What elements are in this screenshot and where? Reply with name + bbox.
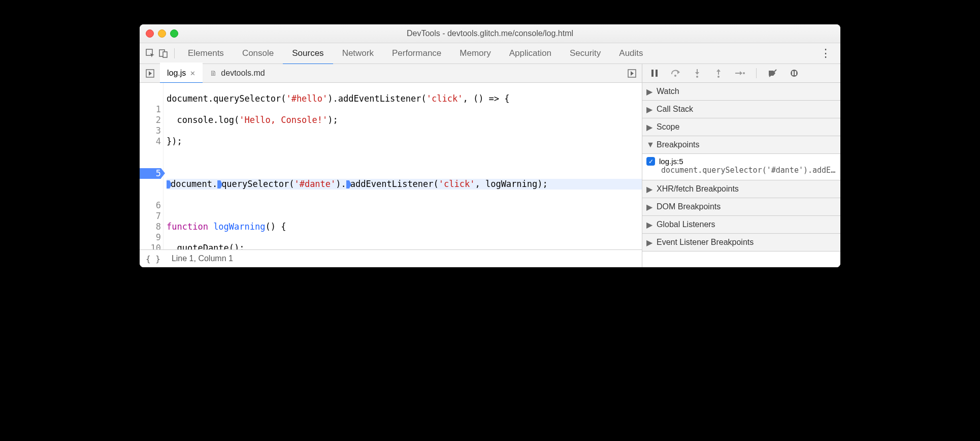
sources-content: log.js ✕ 🗎 devtools.md 1234 5 678910 111 xyxy=(140,64,840,267)
chevron-right-icon: ▶ xyxy=(646,105,654,114)
panel-tabstrip: Elements Console Sources Network Perform… xyxy=(140,43,840,64)
chevron-right-icon: ▶ xyxy=(646,87,654,97)
pretty-print-icon[interactable]: { } xyxy=(146,254,160,264)
show-navigator-icon[interactable] xyxy=(140,69,160,78)
tab-security[interactable]: Security xyxy=(561,43,610,64)
svg-point-9 xyxy=(696,76,698,78)
section-call-stack[interactable]: ▶Call Stack xyxy=(642,101,840,118)
breakpoint-label: log.js:5 xyxy=(659,157,683,166)
section-scope[interactable]: ▶Scope xyxy=(642,118,840,136)
cursor-position: Line 1, Column 1 xyxy=(172,254,233,263)
deactivate-breakpoints-icon[interactable] xyxy=(768,69,778,77)
inspect-element-icon[interactable] xyxy=(144,49,157,58)
svg-point-11 xyxy=(717,76,720,78)
chevron-down-icon: ▼ xyxy=(646,140,654,149)
svg-rect-17 xyxy=(795,71,796,75)
step-icon[interactable] xyxy=(735,70,745,77)
step-over-icon[interactable] xyxy=(671,69,681,77)
zoom-window-button[interactable] xyxy=(170,29,178,38)
breakpoint-entry[interactable]: ✓ log.js:5 document.querySelector('#dant… xyxy=(642,154,840,180)
minimize-window-button[interactable] xyxy=(158,29,166,38)
section-global-listeners[interactable]: ▶Global Listeners xyxy=(642,216,840,234)
section-event-listener-breakpoints[interactable]: ▶Event Listener Breakpoints xyxy=(642,234,840,251)
file-name: devtools.md xyxy=(221,69,265,78)
svg-rect-2 xyxy=(163,52,167,57)
more-tabs-icon[interactable] xyxy=(622,69,642,78)
separator xyxy=(756,68,757,78)
tab-elements[interactable]: Elements xyxy=(179,43,233,64)
svg-rect-16 xyxy=(792,71,794,75)
svg-point-7 xyxy=(674,75,676,77)
chevron-right-icon: ▶ xyxy=(646,220,654,230)
tab-network[interactable]: Network xyxy=(333,43,383,64)
editor-statusbar: { } Line 1, Column 1 xyxy=(140,249,642,267)
file-icon: 🗎 xyxy=(210,69,217,77)
file-tab-active[interactable]: log.js ✕ xyxy=(160,62,203,84)
separator xyxy=(174,48,175,58)
svg-rect-6 xyxy=(656,70,658,77)
tab-sources[interactable]: Sources xyxy=(283,42,333,65)
devtools-window: DevTools - devtools.glitch.me/console/lo… xyxy=(140,24,840,267)
step-into-icon[interactable] xyxy=(692,69,702,78)
tab-console[interactable]: Console xyxy=(233,43,283,64)
debugger-pane: ▶Watch ▶Call Stack ▶Scope ▼Breakpoints ✓… xyxy=(642,64,840,267)
debugger-toolbar xyxy=(642,64,840,83)
chevron-right-icon: ▶ xyxy=(646,184,654,194)
pause-on-exceptions-icon[interactable] xyxy=(789,69,799,77)
pause-icon[interactable] xyxy=(649,69,660,77)
tab-audits[interactable]: Audits xyxy=(610,43,652,64)
line-gutter[interactable]: 1234 5 678910 11121314151617 xyxy=(140,83,164,249)
close-icon[interactable]: ✕ xyxy=(190,70,195,77)
file-tab-other[interactable]: 🗎 devtools.md xyxy=(203,64,272,82)
breakpoint-snippet: document.querySelector('#dante').addEv… xyxy=(646,166,836,175)
section-dom-breakpoints[interactable]: ▶DOM Breakpoints xyxy=(642,198,840,216)
chevron-right-icon: ▶ xyxy=(646,122,654,132)
section-watch[interactable]: ▶Watch xyxy=(642,83,840,101)
tab-memory[interactable]: Memory xyxy=(450,43,500,64)
section-xhr-breakpoints[interactable]: ▶XHR/fetch Breakpoints xyxy=(642,180,840,198)
code-lines: document.querySelector('#hello').addEven… xyxy=(164,83,642,249)
traffic-lights xyxy=(146,29,178,38)
chevron-right-icon: ▶ xyxy=(646,238,654,247)
editor-pane: log.js ✕ 🗎 devtools.md 1234 5 678910 111 xyxy=(140,64,642,267)
breakpoint-marker[interactable]: 5 xyxy=(140,168,161,179)
code-editor[interactable]: 1234 5 678910 11121314151617 document.qu… xyxy=(140,83,642,249)
close-window-button[interactable] xyxy=(146,29,154,38)
file-name: log.js xyxy=(167,69,186,78)
more-options-icon[interactable]: ⋮ xyxy=(815,47,836,60)
titlebar: DevTools - devtools.glitch.me/console/lo… xyxy=(140,24,840,43)
breakpoint-checkbox[interactable]: ✓ xyxy=(646,157,655,166)
chevron-right-icon: ▶ xyxy=(646,202,654,212)
svg-point-15 xyxy=(791,70,798,77)
file-tabstrip: log.js ✕ 🗎 devtools.md xyxy=(140,64,642,83)
tab-application[interactable]: Application xyxy=(500,43,561,64)
svg-point-13 xyxy=(743,72,745,74)
window-title: DevTools - devtools.glitch.me/console/lo… xyxy=(140,29,840,38)
step-out-icon[interactable] xyxy=(713,69,724,78)
section-breakpoints[interactable]: ▼Breakpoints xyxy=(642,136,840,154)
tab-performance[interactable]: Performance xyxy=(383,43,450,64)
toggle-device-icon[interactable] xyxy=(157,49,170,58)
debugger-empty-area xyxy=(642,251,840,267)
svg-rect-5 xyxy=(651,70,654,77)
